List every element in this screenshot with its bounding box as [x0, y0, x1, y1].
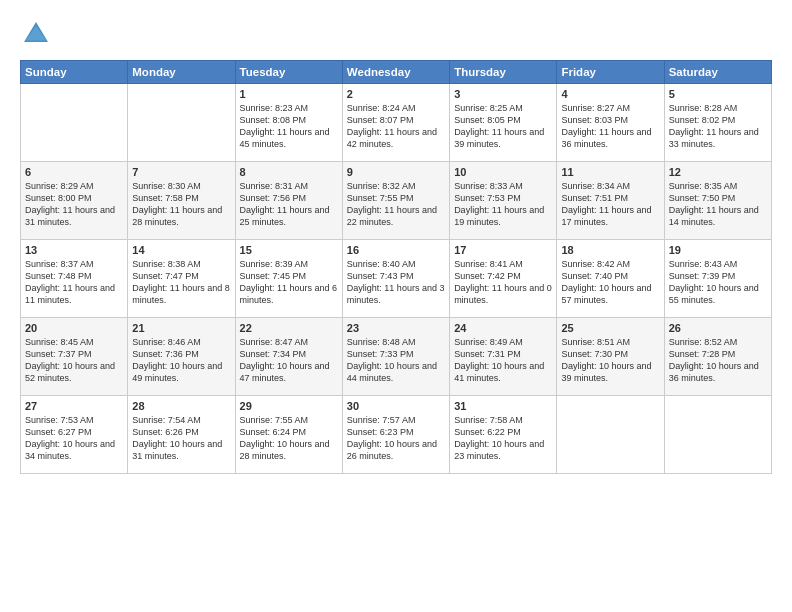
- day-number: 20: [25, 322, 123, 334]
- day-cell: [128, 84, 235, 162]
- day-number: 5: [669, 88, 767, 100]
- day-number: 21: [132, 322, 230, 334]
- day-info: Sunrise: 8:27 AM Sunset: 8:03 PM Dayligh…: [561, 102, 659, 151]
- day-cell: 19Sunrise: 8:43 AM Sunset: 7:39 PM Dayli…: [664, 240, 771, 318]
- day-number: 4: [561, 88, 659, 100]
- week-row-2: 6Sunrise: 8:29 AM Sunset: 8:00 PM Daylig…: [21, 162, 772, 240]
- day-number: 30: [347, 400, 445, 412]
- day-cell: 24Sunrise: 8:49 AM Sunset: 7:31 PM Dayli…: [450, 318, 557, 396]
- logo-icon: [20, 18, 52, 50]
- week-row-3: 13Sunrise: 8:37 AM Sunset: 7:48 PM Dayli…: [21, 240, 772, 318]
- day-number: 8: [240, 166, 338, 178]
- day-cell: 7Sunrise: 8:30 AM Sunset: 7:58 PM Daylig…: [128, 162, 235, 240]
- day-info: Sunrise: 8:49 AM Sunset: 7:31 PM Dayligh…: [454, 336, 552, 385]
- day-cell: 8Sunrise: 8:31 AM Sunset: 7:56 PM Daylig…: [235, 162, 342, 240]
- header-day-tuesday: Tuesday: [235, 61, 342, 84]
- day-info: Sunrise: 8:33 AM Sunset: 7:53 PM Dayligh…: [454, 180, 552, 229]
- day-number: 15: [240, 244, 338, 256]
- day-info: Sunrise: 8:52 AM Sunset: 7:28 PM Dayligh…: [669, 336, 767, 385]
- day-cell: 30Sunrise: 7:57 AM Sunset: 6:23 PM Dayli…: [342, 396, 449, 474]
- day-info: Sunrise: 7:57 AM Sunset: 6:23 PM Dayligh…: [347, 414, 445, 463]
- day-info: Sunrise: 7:55 AM Sunset: 6:24 PM Dayligh…: [240, 414, 338, 463]
- day-info: Sunrise: 8:46 AM Sunset: 7:36 PM Dayligh…: [132, 336, 230, 385]
- day-cell: 18Sunrise: 8:42 AM Sunset: 7:40 PM Dayli…: [557, 240, 664, 318]
- day-cell: 23Sunrise: 8:48 AM Sunset: 7:33 PM Dayli…: [342, 318, 449, 396]
- day-number: 22: [240, 322, 338, 334]
- day-info: Sunrise: 8:34 AM Sunset: 7:51 PM Dayligh…: [561, 180, 659, 229]
- day-info: Sunrise: 7:54 AM Sunset: 6:26 PM Dayligh…: [132, 414, 230, 463]
- day-cell: 15Sunrise: 8:39 AM Sunset: 7:45 PM Dayli…: [235, 240, 342, 318]
- day-info: Sunrise: 8:41 AM Sunset: 7:42 PM Dayligh…: [454, 258, 552, 307]
- day-number: 2: [347, 88, 445, 100]
- day-number: 29: [240, 400, 338, 412]
- day-number: 3: [454, 88, 552, 100]
- day-cell: 14Sunrise: 8:38 AM Sunset: 7:47 PM Dayli…: [128, 240, 235, 318]
- day-cell: 26Sunrise: 8:52 AM Sunset: 7:28 PM Dayli…: [664, 318, 771, 396]
- day-cell: 31Sunrise: 7:58 AM Sunset: 6:22 PM Dayli…: [450, 396, 557, 474]
- day-cell: 6Sunrise: 8:29 AM Sunset: 8:00 PM Daylig…: [21, 162, 128, 240]
- day-cell: 4Sunrise: 8:27 AM Sunset: 8:03 PM Daylig…: [557, 84, 664, 162]
- day-cell: 29Sunrise: 7:55 AM Sunset: 6:24 PM Dayli…: [235, 396, 342, 474]
- day-cell: [664, 396, 771, 474]
- day-info: Sunrise: 7:58 AM Sunset: 6:22 PM Dayligh…: [454, 414, 552, 463]
- day-cell: [557, 396, 664, 474]
- logo: [20, 18, 56, 50]
- day-info: Sunrise: 7:53 AM Sunset: 6:27 PM Dayligh…: [25, 414, 123, 463]
- day-cell: 13Sunrise: 8:37 AM Sunset: 7:48 PM Dayli…: [21, 240, 128, 318]
- day-cell: 10Sunrise: 8:33 AM Sunset: 7:53 PM Dayli…: [450, 162, 557, 240]
- day-cell: 12Sunrise: 8:35 AM Sunset: 7:50 PM Dayli…: [664, 162, 771, 240]
- day-cell: 2Sunrise: 8:24 AM Sunset: 8:07 PM Daylig…: [342, 84, 449, 162]
- day-number: 24: [454, 322, 552, 334]
- day-number: 23: [347, 322, 445, 334]
- day-number: 9: [347, 166, 445, 178]
- day-info: Sunrise: 8:25 AM Sunset: 8:05 PM Dayligh…: [454, 102, 552, 151]
- day-info: Sunrise: 8:45 AM Sunset: 7:37 PM Dayligh…: [25, 336, 123, 385]
- day-info: Sunrise: 8:40 AM Sunset: 7:43 PM Dayligh…: [347, 258, 445, 307]
- day-number: 6: [25, 166, 123, 178]
- day-info: Sunrise: 8:32 AM Sunset: 7:55 PM Dayligh…: [347, 180, 445, 229]
- day-number: 18: [561, 244, 659, 256]
- day-number: 14: [132, 244, 230, 256]
- day-cell: 25Sunrise: 8:51 AM Sunset: 7:30 PM Dayli…: [557, 318, 664, 396]
- day-info: Sunrise: 8:42 AM Sunset: 7:40 PM Dayligh…: [561, 258, 659, 307]
- day-cell: 9Sunrise: 8:32 AM Sunset: 7:55 PM Daylig…: [342, 162, 449, 240]
- header: [20, 18, 772, 50]
- day-number: 1: [240, 88, 338, 100]
- day-number: 31: [454, 400, 552, 412]
- day-info: Sunrise: 8:51 AM Sunset: 7:30 PM Dayligh…: [561, 336, 659, 385]
- day-info: Sunrise: 8:47 AM Sunset: 7:34 PM Dayligh…: [240, 336, 338, 385]
- day-info: Sunrise: 8:30 AM Sunset: 7:58 PM Dayligh…: [132, 180, 230, 229]
- header-day-sunday: Sunday: [21, 61, 128, 84]
- day-cell: 1Sunrise: 8:23 AM Sunset: 8:08 PM Daylig…: [235, 84, 342, 162]
- day-info: Sunrise: 8:23 AM Sunset: 8:08 PM Dayligh…: [240, 102, 338, 151]
- header-day-thursday: Thursday: [450, 61, 557, 84]
- day-info: Sunrise: 8:35 AM Sunset: 7:50 PM Dayligh…: [669, 180, 767, 229]
- header-day-wednesday: Wednesday: [342, 61, 449, 84]
- day-cell: 16Sunrise: 8:40 AM Sunset: 7:43 PM Dayli…: [342, 240, 449, 318]
- day-info: Sunrise: 8:37 AM Sunset: 7:48 PM Dayligh…: [25, 258, 123, 307]
- week-row-5: 27Sunrise: 7:53 AM Sunset: 6:27 PM Dayli…: [21, 396, 772, 474]
- day-number: 16: [347, 244, 445, 256]
- day-cell: [21, 84, 128, 162]
- day-cell: 20Sunrise: 8:45 AM Sunset: 7:37 PM Dayli…: [21, 318, 128, 396]
- day-cell: 27Sunrise: 7:53 AM Sunset: 6:27 PM Dayli…: [21, 396, 128, 474]
- day-number: 28: [132, 400, 230, 412]
- calendar-table: SundayMondayTuesdayWednesdayThursdayFrid…: [20, 60, 772, 474]
- day-cell: 22Sunrise: 8:47 AM Sunset: 7:34 PM Dayli…: [235, 318, 342, 396]
- calendar-header-row: SundayMondayTuesdayWednesdayThursdayFrid…: [21, 61, 772, 84]
- week-row-1: 1Sunrise: 8:23 AM Sunset: 8:08 PM Daylig…: [21, 84, 772, 162]
- day-info: Sunrise: 8:39 AM Sunset: 7:45 PM Dayligh…: [240, 258, 338, 307]
- day-number: 17: [454, 244, 552, 256]
- day-info: Sunrise: 8:28 AM Sunset: 8:02 PM Dayligh…: [669, 102, 767, 151]
- day-info: Sunrise: 8:48 AM Sunset: 7:33 PM Dayligh…: [347, 336, 445, 385]
- day-number: 27: [25, 400, 123, 412]
- header-day-saturday: Saturday: [664, 61, 771, 84]
- day-number: 7: [132, 166, 230, 178]
- day-cell: 21Sunrise: 8:46 AM Sunset: 7:36 PM Dayli…: [128, 318, 235, 396]
- day-info: Sunrise: 8:38 AM Sunset: 7:47 PM Dayligh…: [132, 258, 230, 307]
- day-info: Sunrise: 8:24 AM Sunset: 8:07 PM Dayligh…: [347, 102, 445, 151]
- header-day-monday: Monday: [128, 61, 235, 84]
- day-cell: 3Sunrise: 8:25 AM Sunset: 8:05 PM Daylig…: [450, 84, 557, 162]
- page-container: SundayMondayTuesdayWednesdayThursdayFrid…: [0, 0, 792, 484]
- svg-marker-1: [26, 26, 47, 40]
